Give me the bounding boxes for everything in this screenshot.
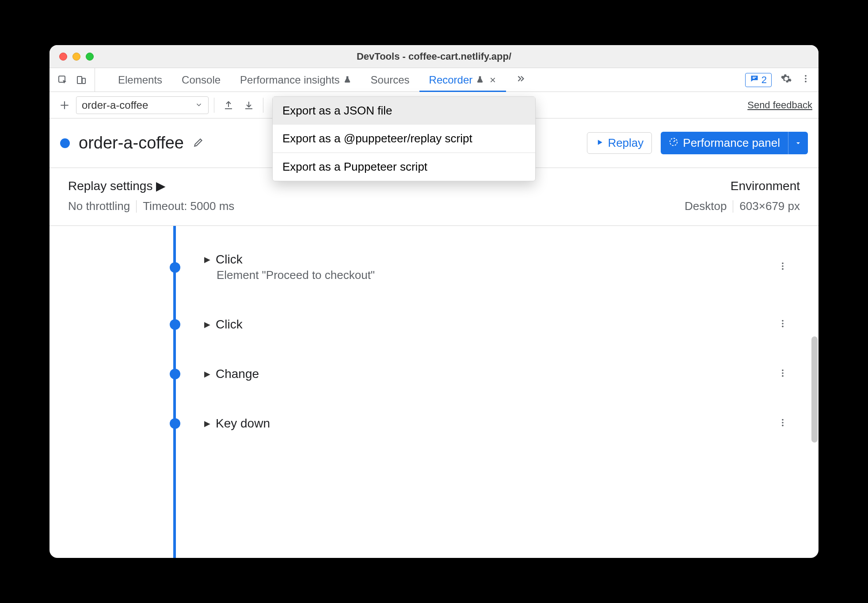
- devtools-tabbar: Elements Console Performance insights So…: [49, 68, 819, 92]
- device-value: Desktop: [685, 199, 727, 213]
- replay-settings-label: Replay settings: [68, 179, 152, 193]
- play-icon: [595, 136, 604, 150]
- tab-label: Console: [182, 74, 221, 86]
- message-icon: [750, 74, 759, 86]
- recording-select[interactable]: order-a-coffee: [76, 96, 209, 114]
- svg-point-9: [782, 268, 784, 270]
- step-more-button[interactable]: [778, 417, 801, 431]
- svg-point-8: [782, 265, 784, 267]
- export-puppeteer-replay-item[interactable]: Export as a @puppeteer/replay script: [273, 125, 535, 153]
- step-more-button[interactable]: [778, 260, 801, 274]
- svg-point-11: [782, 323, 784, 324]
- caret-right-icon: ▶: [204, 320, 210, 329]
- step-item[interactable]: ▶Change: [49, 358, 819, 390]
- svg-point-18: [782, 424, 784, 426]
- svg-point-3: [805, 75, 807, 76]
- step-item[interactable]: ▶Click: [49, 309, 819, 340]
- svg-point-4: [805, 78, 807, 80]
- perf-label: Performance panel: [683, 136, 780, 150]
- tab-label: Sources: [371, 74, 410, 86]
- zoom-window-button[interactable]: [86, 53, 94, 61]
- environment-label: Environment: [731, 179, 800, 193]
- step-label: Click: [216, 252, 243, 267]
- titlebar: DevTools - coffee-cart.netlify.app/: [49, 45, 819, 68]
- svg-point-16: [782, 419, 784, 420]
- send-feedback-link[interactable]: Send feedback: [747, 99, 812, 111]
- divider: [263, 98, 263, 113]
- replay-button[interactable]: Replay: [587, 132, 652, 154]
- step-more-button[interactable]: [778, 367, 801, 381]
- replay-label: Replay: [608, 136, 643, 150]
- step-node-icon: [170, 319, 180, 330]
- settings-detail: No throttling Timeout: 5000 ms Desktop 6…: [49, 197, 819, 226]
- minimize-window-button[interactable]: [72, 53, 80, 61]
- inspect-icon[interactable]: [57, 75, 68, 85]
- viewport-value: 603×679 px: [739, 199, 800, 213]
- step-more-button[interactable]: [778, 318, 801, 332]
- export-puppeteer-script-item[interactable]: Export as a Puppeteer script: [273, 153, 535, 181]
- close-window-button[interactable]: [59, 53, 67, 61]
- export-json-item[interactable]: Export as a JSON file: [273, 97, 535, 125]
- kebab-menu-icon[interactable]: [801, 74, 811, 86]
- divider: [214, 98, 214, 113]
- performance-panel-button[interactable]: Performance panel: [661, 132, 808, 154]
- chevron-double-right-icon: [516, 74, 525, 86]
- speedometer-icon: [669, 136, 678, 150]
- menu-item-label: Export as a Puppeteer script: [282, 160, 427, 173]
- throttling-value[interactable]: No throttling: [68, 199, 130, 213]
- step-item[interactable]: ▶Click Element "Proceed to checkout": [49, 244, 819, 291]
- step-node-icon: [170, 418, 180, 429]
- step-description: Element "Proceed to checkout": [217, 268, 375, 282]
- tab-performance-insights[interactable]: Performance insights: [230, 68, 361, 92]
- divider: [733, 200, 733, 213]
- svg-point-7: [782, 263, 784, 264]
- tab-recorder[interactable]: Recorder: [419, 68, 506, 92]
- edit-title-icon[interactable]: [193, 137, 204, 150]
- settings-gear-icon[interactable]: [780, 73, 792, 87]
- chevron-down-icon: [195, 99, 203, 111]
- svg-point-5: [805, 80, 807, 82]
- divider: [136, 200, 137, 213]
- timeout-value[interactable]: Timeout: 5000 ms: [143, 199, 234, 213]
- issues-badge[interactable]: 2: [745, 73, 772, 87]
- svg-point-17: [782, 422, 784, 424]
- tab-console[interactable]: Console: [172, 68, 230, 92]
- tab-sources[interactable]: Sources: [361, 68, 419, 92]
- svg-point-10: [782, 320, 784, 321]
- caret-right-icon: ▶: [204, 369, 210, 379]
- export-button[interactable]: [220, 96, 237, 114]
- export-menu: Export as a JSON file Export as a @puppe…: [272, 96, 536, 181]
- close-tab-icon[interactable]: [489, 74, 496, 86]
- recording-dot-icon: [60, 138, 70, 148]
- flask-icon: [476, 74, 484, 86]
- svg-point-15: [782, 375, 784, 377]
- import-button[interactable]: [240, 96, 258, 114]
- step-node-icon: [170, 262, 180, 273]
- tab-elements[interactable]: Elements: [108, 68, 172, 92]
- step-label: Click: [216, 317, 243, 332]
- step-item[interactable]: ▶Key down: [49, 408, 819, 439]
- step-label: Change: [216, 367, 259, 381]
- svg-rect-1: [77, 76, 82, 84]
- step-label: Key down: [216, 416, 270, 431]
- svg-rect-2: [82, 78, 85, 84]
- svg-point-14: [782, 372, 784, 374]
- menu-item-label: Export as a @puppeteer/replay script: [282, 132, 472, 145]
- tab-label: Performance insights: [240, 74, 339, 86]
- svg-point-12: [782, 325, 784, 327]
- caret-right-icon: ▶: [204, 255, 210, 264]
- flask-icon: [343, 74, 351, 86]
- step-node-icon: [170, 369, 180, 379]
- issues-count: 2: [761, 74, 767, 86]
- caret-right-icon: ▶: [204, 419, 210, 428]
- perf-dropdown-button[interactable]: [788, 132, 808, 154]
- device-toolbar-icon[interactable]: [76, 75, 87, 85]
- replay-settings-toggle[interactable]: Replay settings ▶: [68, 179, 166, 193]
- recording-select-value: order-a-coffee: [82, 99, 148, 111]
- steps-area: ▶Click Element "Proceed to checkout" ▶Cl…: [49, 226, 819, 558]
- add-recording-button[interactable]: [56, 96, 73, 114]
- more-tabs-button[interactable]: [506, 68, 535, 92]
- scrollbar-thumb[interactable]: [811, 336, 818, 443]
- menu-item-label: Export as a JSON file: [282, 104, 392, 117]
- recording-title: order-a-coffee: [79, 134, 184, 153]
